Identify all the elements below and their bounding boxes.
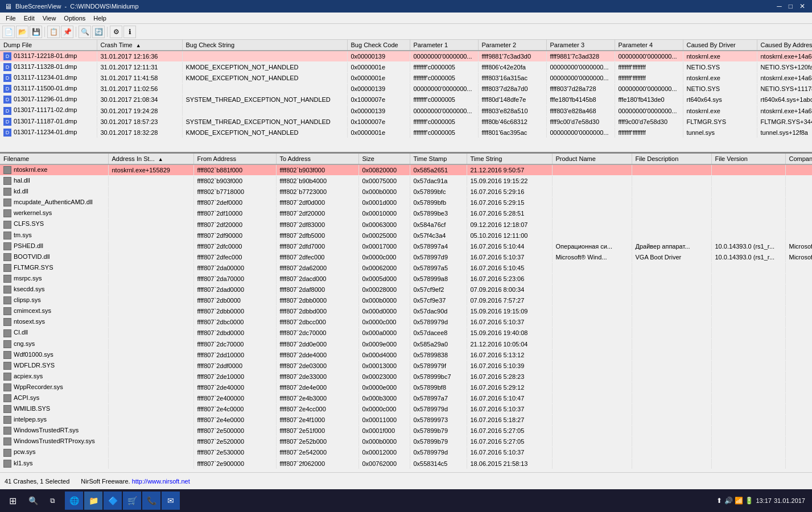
toolbar-new[interactable]: 📄 (2, 26, 15, 38)
driver-row[interactable]: kl1.sysffff807`2e900000ffff807`2f0620000… (0, 458, 812, 469)
driver-row[interactable]: FLTMGR.SYSffff807`2da00000ffff807`2da620… (0, 262, 812, 273)
taskbar-app-mail[interactable]: ✉ (162, 492, 180, 510)
driver-row[interactable]: WindowsTrustedRT.sysffff807`2e500000ffff… (0, 426, 812, 436)
drivers-col-size[interactable]: Size (358, 154, 410, 164)
driver-cell-7 (552, 382, 632, 393)
driver-row[interactable]: WDFLDR.SYSffff807`2ddf0000ffff807`2de030… (0, 360, 812, 371)
drivers-pane[interactable]: Filename Address In St... ▲ From Address… (0, 154, 812, 495)
driver-cell-0: WindowsTrustedRT.sys (0, 426, 108, 436)
driver-row[interactable]: CI.dllffff807`2dbd0000ffff807`2dc700000x… (0, 328, 812, 338)
crash-row[interactable]: D013017-11234-01.dmp30.01.2017 18:32:28K… (0, 127, 812, 138)
driver-row[interactable]: PSHED.dllffff807`2dfc0000ffff807`2dfd700… (0, 241, 812, 251)
crashes-col-dumpfile[interactable]: Dump File (0, 40, 97, 51)
drivers-col-toaddr[interactable]: To Address (276, 154, 358, 164)
crashes-col-causedaddress[interactable]: Caused By Address (757, 40, 812, 51)
drivers-col-fileversion[interactable]: File Version (711, 154, 785, 164)
toolbar-info[interactable]: ℹ (123, 26, 136, 38)
drivers-col-address[interactable]: Address In St... ▲ (108, 154, 193, 164)
driver-row[interactable]: kd.dllffff802`b7718000ffff802`b77230000x… (0, 187, 812, 197)
drivers-col-fromaddr[interactable]: From Address (193, 154, 276, 164)
toolbar-save[interactable]: 💾 (30, 26, 42, 38)
driver-row[interactable]: werkernel.sysffff807`2df10000ffff807`2df… (0, 208, 812, 219)
driver-row[interactable]: clipsp.sysffff807`2db0000ffff807`2dbb000… (0, 295, 812, 306)
driver-row[interactable]: mcupdate_AuthenticAMD.dllffff807`2def000… (0, 197, 812, 208)
crash-cell-5: ffff80d'148dfe7e (478, 94, 546, 105)
menu-edit[interactable]: Edit (20, 14, 38, 23)
driver-row[interactable]: cng.sysffff807`2dc70000ffff807`2dd0e0000… (0, 338, 812, 349)
crash-row[interactable]: D013117-11234-01.dmp31.01.2017 11:41:58K… (0, 73, 812, 84)
driver-row[interactable]: ntosext.sysffff807`2dbc0000ffff807`2dbcc… (0, 317, 812, 328)
driver-row[interactable]: ksecdd.sysffff807`2dad0000ffff807`2daf80… (0, 284, 812, 295)
taskbar-app-edge[interactable]: 🔷 (104, 492, 122, 510)
crashes-col-bugcheckstring[interactable]: Bug Check String (182, 40, 347, 51)
driver-row[interactable]: BOOTVID.dllffff807`2dfec000ffff807`2dfec… (0, 251, 812, 262)
driver-cell-7 (552, 230, 632, 241)
crashes-col-param4[interactable]: Parameter 4 (615, 40, 683, 51)
driver-cell-2: ffff807`2e4e0000 (193, 415, 276, 426)
driver-file-icon (3, 232, 11, 240)
start-button[interactable]: ⊞ (2, 492, 23, 510)
driver-row[interactable]: pcw.sysffff807`2e530000ffff807`2e5420000… (0, 447, 812, 458)
drivers-col-timestring[interactable]: Time String (467, 154, 552, 164)
taskview-button[interactable]: ⧉ (43, 492, 61, 510)
maximize-button[interactable]: □ (786, 2, 795, 10)
drivers-col-filename[interactable]: Filename (0, 154, 108, 164)
crash-row[interactable]: D013117-11500-01.dmp31.01.2017 11:02:560… (0, 84, 812, 94)
driver-row[interactable]: Wdf01000.sysffff807`2dd10000ffff807`2dde… (0, 349, 812, 360)
taskbar-app-folder[interactable]: 📁 (84, 492, 102, 510)
driver-row[interactable]: hal.dllffff802`b903f000ffff802`b90b40000… (0, 176, 812, 187)
toolbar-open[interactable]: 📂 (16, 26, 28, 38)
nirsoft-link[interactable]: http://www.nirsoft.net (132, 478, 190, 485)
driver-cell-6: 16.07.2016 5:29:15 (467, 197, 552, 208)
crash-row[interactable]: D013117-11328-01.dmp31.01.2017 12:11:31K… (0, 62, 812, 73)
driver-row[interactable]: tm.sysffff807`2df90000ffff807`2dfb50000x… (0, 230, 812, 241)
driver-row[interactable]: ACPI.sysffff807`2e400000ffff807`2e4b3000… (0, 393, 812, 403)
menu-options[interactable]: Options (60, 14, 89, 23)
search-button[interactable]: 🔍 (24, 492, 42, 510)
driver-row[interactable]: WppRecorder.sysffff807`2de40000ffff807`2… (0, 382, 812, 393)
crashes-col-bugcheckcode[interactable]: Bug Check Code (347, 40, 410, 51)
minimize-button[interactable]: ─ (774, 2, 784, 10)
driver-row[interactable]: WMILIB.SYSffff807`2e4c0000ffff807`2e4cc0… (0, 404, 812, 415)
crashes-col-param1[interactable]: Parameter 1 (410, 40, 478, 51)
driver-cell-0: kd.dll (0, 187, 108, 197)
menu-help[interactable]: Help (90, 14, 110, 23)
clock-time: 13:17 (756, 497, 772, 504)
driver-cell-10 (785, 262, 812, 273)
crash-row[interactable]: D013017-11171-02.dmp30.01.2017 19:24:280… (0, 105, 812, 116)
taskbar-app-ie[interactable]: 🌐 (65, 492, 83, 510)
driver-cell-3: ffff807`2e4b3000 (276, 393, 358, 403)
driver-row[interactable]: CLFS.SYSffff807`2df20000ffff807`2df83000… (0, 219, 812, 230)
crashes-pane[interactable]: Dump File Crash Time ▲ Bug Check String … (0, 40, 812, 154)
toolbar-find[interactable]: 🔍 (79, 26, 91, 38)
crash-row[interactable]: D013017-11187-01.dmp30.01.2017 18:57:23S… (0, 116, 812, 127)
crashes-col-crashtime[interactable]: Crash Time ▲ (97, 40, 182, 51)
taskbar-app-store[interactable]: 🛒 (123, 492, 141, 510)
driver-row[interactable]: WindowsTrustedRTProxy.sysffff807`2e52000… (0, 436, 812, 447)
driver-cell-6: 07.09.2016 8:00:34 (467, 284, 552, 295)
toolbar-options[interactable]: ⚙ (110, 26, 122, 38)
driver-row[interactable]: acpiex.sysffff807`2de10000ffff807`2de330… (0, 371, 812, 382)
close-button[interactable]: ✕ (797, 2, 807, 10)
toolbar-paste[interactable]: 📌 (61, 26, 73, 38)
driver-row[interactable]: ntoskrnl.exentoskrnl.exe+155829ffff802`b… (0, 164, 812, 176)
toolbar-refresh[interactable]: 🔄 (92, 26, 105, 38)
drivers-col-company[interactable]: Company (785, 154, 812, 164)
driver-cell-4: 0x00017000 (358, 241, 410, 251)
drivers-col-timestamp[interactable]: Time Stamp (410, 154, 467, 164)
crashes-col-param2[interactable]: Parameter 2 (478, 40, 546, 51)
crashes-col-causeddriver[interactable]: Caused By Driver (683, 40, 757, 51)
taskbar-app-skype[interactable]: 📞 (142, 492, 160, 510)
driver-file-icon (3, 318, 11, 326)
menu-view[interactable]: View (39, 14, 60, 23)
drivers-col-filedesc[interactable]: File Description (632, 154, 711, 164)
driver-row[interactable]: intelpep.sysffff807`2e4e0000ffff807`2e4f… (0, 415, 812, 426)
drivers-col-productname[interactable]: Product Name (552, 154, 632, 164)
driver-row[interactable]: cmimcext.sysffff807`2dbb0000ffff807`2dbb… (0, 306, 812, 317)
toolbar-copy[interactable]: 📋 (47, 26, 60, 38)
crashes-col-param3[interactable]: Parameter 3 (546, 40, 615, 51)
driver-row[interactable]: msrpc.sysffff807`2da70000ffff807`2dacd00… (0, 273, 812, 284)
crash-row[interactable]: D013117-12218-01.dmp31.01.2017 12:16:360… (0, 51, 812, 62)
crash-row[interactable]: D013017-11296-01.dmp30.01.2017 21:08:34S… (0, 94, 812, 105)
menu-file[interactable]: File (2, 14, 19, 23)
